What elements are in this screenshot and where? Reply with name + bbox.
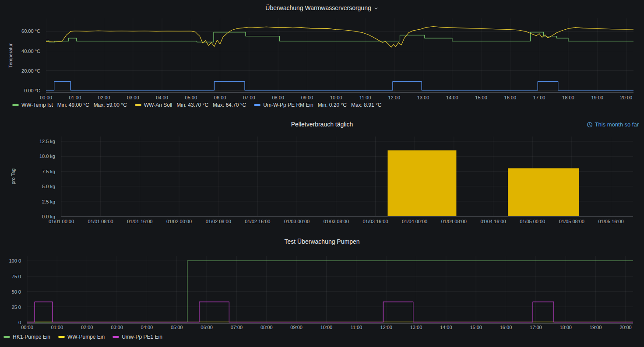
x-axis: 00:0001:0002:0003:0004:0005:0006:0007:00…: [27, 325, 633, 331]
x-tick-label: 16:00: [504, 95, 517, 100]
x-tick-label: 14:00: [446, 95, 458, 100]
x-tick-label: 12:00: [380, 325, 392, 330]
panel-title-text: Überwachung Warmwasserversorgung: [265, 4, 371, 11]
x-tick-label: 04:00: [156, 95, 168, 100]
chart-warmwasser[interactable]: [46, 18, 633, 93]
y-axis: 025 050 075 0100 0: [1, 256, 24, 324]
y-tick-label: 7.5 kg: [42, 169, 55, 174]
x-tick-label: 01/04 08:00: [441, 219, 467, 224]
chevron-down-icon: [373, 6, 379, 11]
series-line: [46, 81, 633, 90]
series-color-swatch: [58, 336, 65, 338]
panel-pumpen: Test Überwachung Pumpen 025 050 075 0100…: [0, 234, 644, 347]
x-axis: 01/01 00:0001/01 08:0001/01 16:0001/02 0…: [61, 219, 633, 225]
x-tick-label: 01/01 16:00: [127, 219, 152, 224]
series-name: WW-Temp Ist: [21, 102, 53, 108]
series-name: HK1-Pumpe Ein: [13, 334, 50, 340]
chart-canvas: [27, 256, 633, 323]
x-tick-label: 19:00: [590, 325, 602, 330]
series-color-swatch: [135, 104, 141, 106]
x-tick-label: 01:00: [69, 95, 81, 100]
x-tick-label: 01/03 00:00: [284, 219, 310, 224]
x-tick-label: 01/02 08:00: [206, 219, 231, 224]
panel-warmwasserversorgung: Überwachung Warmwasserversorgung Tempera…: [0, 0, 644, 113]
panel-header-warmwasser[interactable]: Überwachung Warmwasserversorgung: [0, 4, 644, 11]
x-tick-label: 17:00: [533, 95, 545, 100]
x-tick-label: 05:00: [185, 95, 197, 100]
x-tick-label: 01/01 08:00: [88, 219, 113, 224]
x-tick-label: 20:00: [619, 325, 632, 330]
x-tick-label: 01/05 08:00: [559, 219, 584, 224]
y-tick-label: 0.00 °C: [24, 88, 40, 93]
series-name: WW-Pumpe Ein: [67, 334, 105, 340]
panel-header-pelletverbrauch[interactable]: Pelletverbrauch täglich: [0, 121, 644, 128]
x-tick-label: 18:00: [562, 95, 574, 100]
grafana-dashboard: Überwachung Warmwasserversorgung Tempera…: [0, 0, 644, 347]
series-line: [46, 27, 633, 47]
x-tick-label: 17:00: [530, 325, 542, 330]
x-tick-label: 08:00: [260, 325, 273, 330]
legend-item-ww-an-soll[interactable]: WW-An Soll Min: 43.70 °C Max: 64.70 °C: [135, 102, 246, 108]
bar[interactable]: [508, 168, 579, 217]
panel-title-text: Pelletverbrauch täglich: [291, 121, 353, 128]
chart-pumpen[interactable]: [27, 256, 633, 324]
x-tick-label: 09:00: [301, 95, 313, 100]
legend-item-um-w-pp-pe-rm-ein[interactable]: Um-W-Pp PE RM Ein Min: 0.20 °C Max: 8.91…: [254, 102, 381, 108]
series-color-swatch: [4, 336, 10, 338]
legend-pumpen: HK1-Pumpe Ein WW-Pumpe Ein Umw-Pp PE1 Ei…: [4, 334, 162, 340]
panel-header-pumpen[interactable]: Test Überwachung Pumpen: [0, 238, 644, 245]
x-tick-label: 05:00: [171, 325, 183, 330]
x-tick-label: 06:00: [201, 325, 213, 330]
series-min-value: Min: 0.20 °C: [318, 102, 347, 108]
y-tick-label: 0: [18, 320, 21, 325]
x-axis: 00:0001:0002:0003:0004:0005:0006:0007:00…: [46, 95, 633, 101]
x-tick-label: 07:00: [231, 325, 243, 330]
x-tick-label: 00:00: [40, 95, 52, 100]
x-tick-label: 15:00: [475, 95, 487, 100]
legend-item-hk1-pumpe-ein[interactable]: HK1-Pumpe Ein: [4, 334, 50, 340]
series-name: Umw-Pp PE1 Ein: [122, 334, 162, 340]
x-tick-label: 18:00: [560, 325, 572, 330]
series-max-value: Max: 59.00 °C: [94, 102, 127, 108]
x-tick-label: 01/05 16:00: [598, 219, 623, 224]
time-range-link[interactable]: This month so far: [587, 121, 639, 128]
y-tick-label: 100 0: [9, 258, 21, 263]
x-tick-label: 12:00: [388, 95, 400, 100]
y-tick-label: 5.0 kg: [42, 184, 55, 189]
legend-item-umw-pp-pe1-ein[interactable]: Umw-Pp PE1 Ein: [113, 334, 162, 340]
series-min-value: Min: 49.00 °C: [57, 102, 89, 108]
legend-warmwasser: WW-Temp Ist Min: 49.00 °C Max: 59.00 °C …: [12, 102, 381, 108]
chart-pelletverbrauch[interactable]: [61, 137, 633, 217]
x-tick-label: 03:00: [127, 95, 139, 100]
y-tick-label: 40.00 °C: [21, 49, 40, 54]
legend-item-ww-temp-ist[interactable]: WW-Temp Ist Min: 49.00 °C Max: 59.00 °C: [12, 102, 127, 108]
x-tick-label: 08:00: [272, 95, 284, 100]
y-tick-label: 20.00 °C: [21, 68, 40, 74]
x-tick-label: 14:00: [440, 325, 452, 330]
y-tick-label: 50 0: [12, 289, 21, 294]
x-tick-label: 16:00: [500, 325, 512, 330]
x-tick-label: 01/02 00:00: [166, 219, 192, 224]
chart-canvas: [61, 137, 633, 216]
series-name: WW-An Soll: [144, 102, 172, 108]
series-color-swatch: [12, 104, 19, 106]
x-tick-label: 01/03 16:00: [362, 219, 388, 224]
x-tick-label: 00:00: [21, 325, 33, 330]
bar[interactable]: [388, 151, 457, 217]
x-tick-label: 01/03 08:00: [324, 219, 349, 224]
panel-title-text: Test Überwachung Pumpen: [285, 238, 360, 245]
y-axis: 0.00 °C20.00 °C40.00 °C60.00 °C: [12, 18, 43, 93]
x-tick-label: 20:00: [620, 95, 633, 100]
x-tick-label: 11:00: [359, 95, 371, 100]
y-axis-title: pro Tag: [11, 168, 16, 185]
y-tick-label: 12.5 kg: [39, 139, 55, 144]
series-min-value: Min: 43.70 °C: [176, 102, 208, 108]
x-tick-label: 01:00: [51, 325, 63, 330]
series-color-swatch: [254, 104, 260, 106]
x-tick-label: 10:00: [330, 95, 342, 100]
legend-item-ww-pumpe-ein[interactable]: WW-Pumpe Ein: [58, 334, 105, 340]
y-axis: 0.0 kg2.5 kg5.0 kg7.5 kg10.0 kg12.5 kg: [31, 137, 58, 217]
y-tick-label: 75 0: [12, 274, 21, 279]
x-tick-label: 01/04 16:00: [480, 219, 506, 224]
panel-pelletverbrauch: Pelletverbrauch täglich This month so fa…: [0, 113, 644, 234]
